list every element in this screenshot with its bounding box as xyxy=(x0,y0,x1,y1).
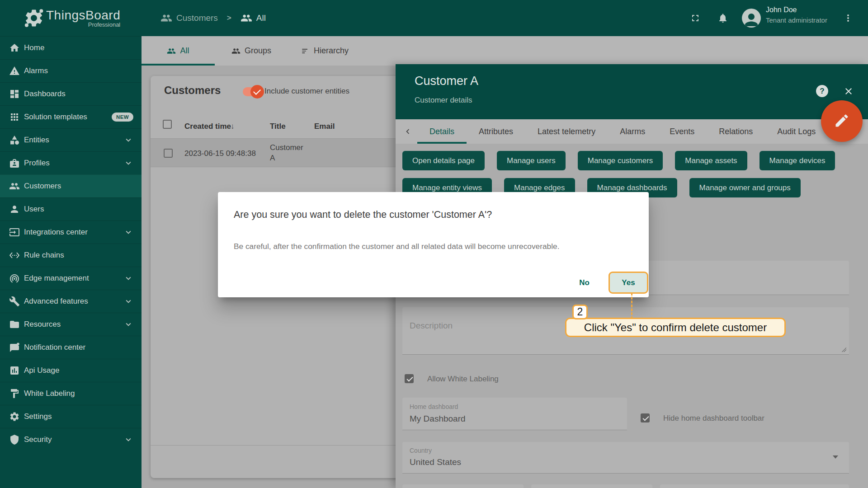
sidebar-item-dashboards[interactable]: Dashboards xyxy=(0,82,142,105)
include-customer-entities-toggle[interactable] xyxy=(243,87,262,96)
country-value: United States xyxy=(410,457,461,467)
table-row[interactable]: 2023-06-15 09:48:38 Customer A xyxy=(151,139,400,167)
column-email[interactable]: Email xyxy=(314,122,335,131)
sidebar-item-security[interactable]: Security xyxy=(0,428,142,451)
table-header: Created time ↓ Title Email xyxy=(151,115,400,139)
toggle-knob-check-icon xyxy=(250,85,264,99)
home-dashboard-field[interactable]: Home dashboard My Dashboard xyxy=(402,398,627,430)
edit-pencil-icon xyxy=(834,113,850,129)
chevron-left-icon[interactable] xyxy=(403,127,413,136)
people-icon xyxy=(9,181,20,192)
shield-icon xyxy=(9,434,20,445)
select-all-checkbox[interactable] xyxy=(163,120,172,129)
sidebar-item-label: Users xyxy=(24,205,133,214)
country-field[interactable]: Country United States xyxy=(402,442,849,474)
rule-chain-icon xyxy=(9,250,20,261)
allow-white-labeling-label: Allow White Labeling xyxy=(427,375,499,384)
apps-icon xyxy=(9,112,20,122)
panel-tab-details[interactable]: Details xyxy=(417,119,467,144)
chart-icon xyxy=(9,365,20,376)
sidebar-item-api-usage[interactable]: Api Usage xyxy=(0,359,142,382)
sidebar-item-entities[interactable]: Entities xyxy=(0,128,142,151)
avatar-icon[interactable] xyxy=(742,9,761,28)
tab-label: All xyxy=(180,46,189,56)
badge-icon xyxy=(9,158,20,169)
state-field[interactable] xyxy=(531,484,652,488)
panel-tab-attributes[interactable]: Attributes xyxy=(467,119,525,144)
zip-field[interactable] xyxy=(660,484,849,488)
panel-tab-latest-telemetry[interactable]: Latest telemetry xyxy=(525,119,608,144)
tab-hierarchy[interactable]: Hierarchy xyxy=(288,36,361,66)
tab-all[interactable]: All xyxy=(142,36,215,66)
yes-button[interactable]: Yes xyxy=(609,272,648,294)
sidebar-item-label: Edge management xyxy=(24,274,123,283)
help-icon[interactable]: ? xyxy=(816,85,828,97)
manage-assets-button[interactable]: Manage assets xyxy=(675,151,747,170)
open-details-page-button[interactable]: Open details page xyxy=(402,151,485,170)
description-label: Description xyxy=(410,321,453,331)
app-logo[interactable]: ThingsBoard Professional xyxy=(0,0,142,36)
panel-tab-audit-logs[interactable]: Audit Logs xyxy=(765,119,828,144)
edit-fab-button[interactable] xyxy=(821,100,863,142)
sidebar-item-label: Customers xyxy=(24,182,133,191)
sidebar-item-customers[interactable]: Customers xyxy=(0,174,142,197)
menu-dots-icon[interactable] xyxy=(843,13,854,23)
people-icon xyxy=(160,12,172,24)
cell-title: Customer A xyxy=(270,142,306,163)
panel-tab-events[interactable]: Events xyxy=(657,119,707,144)
panel-header: Customer A Customer details ? xyxy=(396,64,868,119)
sidebar-item-rule-chains[interactable]: Rule chains xyxy=(0,244,142,267)
tools-icon xyxy=(9,296,20,307)
sidebar-item-settings[interactable]: Settings xyxy=(0,405,142,428)
people-icon xyxy=(241,12,252,24)
sidebar-item-white-labeling[interactable]: White Labeling xyxy=(0,382,142,405)
user-name: John Doe xyxy=(766,6,797,14)
person-icon xyxy=(742,10,761,28)
warning-icon xyxy=(9,66,20,76)
fullscreen-icon[interactable] xyxy=(690,13,701,23)
edge-icon xyxy=(9,273,20,284)
sidebar-item-resources[interactable]: Resources xyxy=(0,313,142,336)
table-footer-divider xyxy=(151,445,400,446)
manage-devices-button[interactable]: Manage devices xyxy=(760,151,835,170)
panel-tab-relations[interactable]: Relations xyxy=(707,119,765,144)
resize-handle[interactable] xyxy=(842,347,846,352)
breadcrumb-customers[interactable]: Customers xyxy=(160,12,218,24)
allow-white-labeling-checkbox[interactable] xyxy=(405,374,414,383)
manage-customers-button[interactable]: Manage customers xyxy=(578,151,663,170)
no-button[interactable]: No xyxy=(567,272,601,294)
gear-icon xyxy=(9,411,20,422)
sidebar-item-profiles[interactable]: Profiles xyxy=(0,151,142,174)
manage-users-button[interactable]: Manage users xyxy=(497,151,566,170)
new-badge: NEW xyxy=(112,113,133,122)
row-checkbox[interactable] xyxy=(164,149,173,158)
sidebar-item-label: Resources xyxy=(24,320,123,329)
close-icon[interactable] xyxy=(843,86,854,97)
sidebar-item-label: Alarms xyxy=(24,66,133,75)
hide-home-dashboard-toolbar-checkbox[interactable] xyxy=(641,413,650,422)
folder-icon xyxy=(9,319,20,330)
sidebar-item-home[interactable]: Home xyxy=(0,36,142,59)
cell-created-time: 2023-06-15 09:48:38 xyxy=(184,149,256,158)
notification-icon xyxy=(9,342,20,353)
tab-groups[interactable]: Groups xyxy=(215,36,288,66)
sidebar-item-notification-center[interactable]: Notification center xyxy=(0,336,142,359)
chevron-down-icon[interactable] xyxy=(833,455,838,459)
sidebar-item-solution-templates[interactable]: Solution templatesNEW xyxy=(0,105,142,128)
manage-owner-and-groups-button[interactable]: Manage owner and groups xyxy=(689,178,801,197)
sidebar-item-label: Entities xyxy=(24,136,123,145)
notifications-bell-icon[interactable] xyxy=(717,13,728,23)
sidebar-item-advanced-features[interactable]: Advanced features xyxy=(0,290,142,313)
sort-desc-icon[interactable]: ↓ xyxy=(231,122,235,131)
column-title[interactable]: Title xyxy=(270,122,286,131)
sidebar-item-alarms[interactable]: Alarms xyxy=(0,59,142,82)
sidebar-item-edge-management[interactable]: Edge management xyxy=(0,267,142,290)
sidebar-item-users[interactable]: Users xyxy=(0,197,142,221)
column-created-time[interactable]: Created time xyxy=(184,122,231,131)
panel-tab-alarms[interactable]: Alarms xyxy=(608,119,657,144)
sidebar-item-integrations-center[interactable]: Integrations center xyxy=(0,221,142,244)
city-field[interactable] xyxy=(402,484,524,488)
breadcrumb-all[interactable]: All xyxy=(241,12,266,24)
home-dashboard-label: Home dashboard xyxy=(410,403,458,410)
annotation-callout: Click "Yes" to confirm delete customer xyxy=(565,318,786,337)
